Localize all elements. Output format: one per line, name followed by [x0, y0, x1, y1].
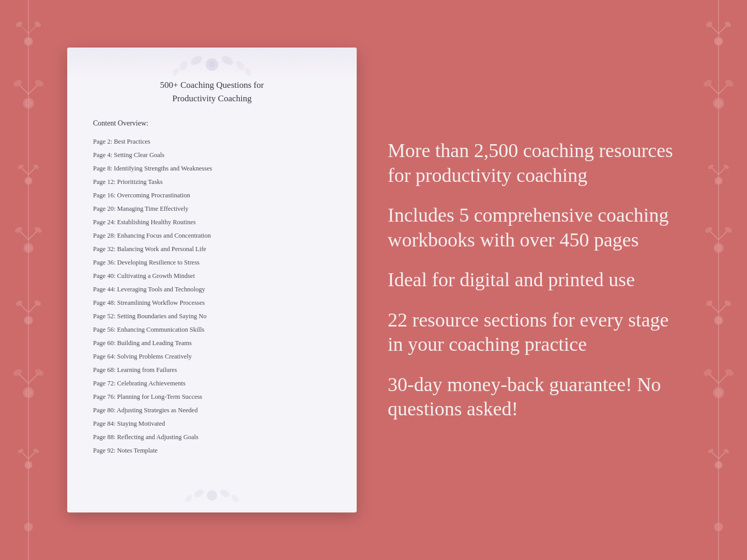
toc-item: Page 20: Managing Time Effectively	[93, 202, 331, 215]
toc-item: Page 40: Cultivating a Growth Mindset	[93, 269, 331, 283]
toc-item: Page 24: Establishing Healthy Routines	[93, 215, 331, 229]
toc-item: Page 28: Enhancing Focus and Concentrati…	[93, 229, 331, 242]
feature-text-3: Ideal for digital and printed use	[388, 268, 685, 292]
svg-point-95	[244, 67, 253, 77]
toc-item: Page 72: Celebrating Achievements	[93, 377, 331, 390]
svg-point-88	[206, 58, 218, 71]
toc-item: Page 56: Enhancing Communication Skills	[93, 323, 331, 336]
toc-item: Page 64: Solving Problems Creatively	[93, 350, 331, 363]
document-panel: 500+ Coaching Questions for Productivity…	[67, 48, 357, 512]
main-layout: 500+ Coaching Questions for Productivity…	[0, 0, 747, 560]
svg-point-90	[189, 54, 204, 67]
toc-item: Page 8: Identifying Strengths and Weakne…	[93, 162, 331, 175]
toc-item: Page 52: Setting Boundaries and Saying N…	[93, 309, 331, 323]
feature-text-4: 22 resource sections for every stage in …	[388, 308, 685, 357]
svg-line-97	[212, 60, 227, 65]
toc-item: Page 16: Overcoming Procrastination	[93, 189, 331, 202]
svg-point-99	[193, 488, 205, 499]
feature-text-panel: More than 2,500 coaching resources for p…	[388, 138, 706, 422]
toc-item: Page 36: Developing Resilience to Stress	[93, 256, 331, 269]
toc-item: Page 12: Prioritizing Tasks	[93, 175, 331, 189]
toc-item: Page 32: Balancing Work and Personal Lif…	[93, 242, 331, 256]
toc-item: Page 4: Setting Clear Goals	[93, 148, 331, 162]
table-of-contents: Page 2: Best PracticesPage 4: Setting Cl…	[93, 135, 331, 457]
toc-item: Page 2: Best Practices	[93, 135, 331, 148]
toc-item: Page 76: Planning for Long-Term Success	[93, 390, 331, 403]
svg-line-96	[196, 60, 212, 65]
svg-point-94	[172, 67, 180, 77]
feature-text-5: 30-day money-back guarantee! No question…	[388, 372, 685, 422]
svg-point-102	[231, 494, 240, 504]
feature-text-2: Includes 5 comprehensive coaching workbo…	[388, 203, 685, 252]
svg-point-93	[235, 59, 246, 71]
toc-item: Page 60: Building and Leading Teams	[93, 336, 331, 350]
content-overview-label: Content Overview:	[93, 119, 331, 128]
svg-point-92	[178, 59, 189, 71]
toc-item: Page 48: Streamlining Workflow Processes	[93, 296, 331, 309]
svg-point-98	[207, 490, 217, 501]
svg-point-100	[219, 488, 231, 499]
toc-item: Page 68: Learning from Failures	[93, 363, 331, 377]
toc-item: Page 92: Notes Template	[93, 444, 331, 457]
toc-item: Page 88: Reflecting and Adjusting Goals	[93, 430, 331, 444]
document-top-decoration	[145, 50, 279, 79]
svg-point-91	[220, 54, 235, 67]
svg-point-101	[184, 494, 193, 504]
document-title: 500+ Coaching Questions for Productivity…	[93, 79, 331, 105]
svg-point-89	[209, 61, 215, 68]
document-bottom-decoration	[160, 484, 264, 507]
toc-item: Page 44: Leveraging Tools and Technology	[93, 283, 331, 296]
toc-item: Page 84: Staying Motivated	[93, 417, 331, 430]
feature-text-1: More than 2,500 coaching resources for p…	[388, 138, 685, 188]
toc-item: Page 80: Adjusting Strategies as Needed	[93, 403, 331, 417]
